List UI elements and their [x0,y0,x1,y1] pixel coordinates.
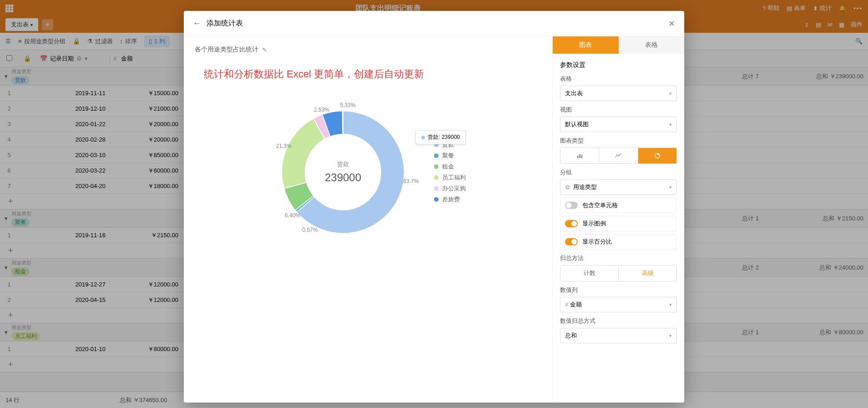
chart-type-line[interactable] [599,148,638,163]
tab-chart[interactable]: 图表 [553,36,619,54]
chevron-down-icon: ▾ [669,333,672,339]
chevron-down-icon: ▾ [669,302,672,308]
edit-icon[interactable]: ✎ [262,46,267,53]
chart-legend: 货款聚餐租金员工福利办公采购差旅费 [434,138,466,206]
gear-icon: ⚙ [565,184,570,191]
chart-preview-area: 各个用途类型占比统计 ✎ 统计和分析数据比 Excel 更简单，创建后自动更新 … [184,36,552,403]
modal-title: 添加统计表 [207,19,243,28]
select-value-col[interactable]: #金额▾ [560,297,677,312]
agg-advanced-button[interactable]: 高级 [619,265,676,281]
add-stats-modal: ← 添加统计表 ✕ 各个用途类型占比统计 ✎ 统计和分析数据比 Excel 更简… [184,11,684,403]
label-agg-method: 归总方法 [560,254,677,262]
legend-item: 差旅费 [434,195,466,204]
donut-chart: 货款 239000 货款: 239000 63.7% 0.57% 6.40% 2… [270,99,416,245]
legend-item: 办公采购 [434,184,466,193]
toggle-empty-cells[interactable]: 包含空单元格 [560,198,677,213]
chart-type-bar[interactable] [560,148,599,163]
legend-item: 租金 [434,163,466,171]
select-group[interactable]: ⚙用途类型▾ [560,179,677,195]
donut-center-label: 货款 [337,160,349,168]
select-table[interactable]: 支出表▾ [560,86,677,101]
svg-rect-1 [579,154,580,158]
agg-count-button[interactable]: 计数 [560,265,619,281]
promo-text: 统计和分析数据比 Excel 更简单，创建后自动更新 [204,67,541,81]
tab-table[interactable]: 表格 [619,36,685,54]
legend-item: 聚餐 [434,152,466,160]
label-view: 视图 [560,106,677,114]
label-value-col: 数值列 [560,286,677,294]
toggle-show-legend[interactable]: 显示图例 [560,216,677,231]
settings-title: 参数设置 [560,61,677,69]
chart-tooltip: 货款: 239000 [415,130,466,144]
toggle-show-percent[interactable]: 显示百分比 [560,234,677,250]
back-icon[interactable]: ← [193,19,201,28]
legend-item: 员工福利 [434,173,466,182]
label-value-agg: 数值归总方式 [560,317,677,325]
settings-panel: 图表 表格 参数设置 表格 支出表▾ 视图 默认视图▾ 图表类型 分组 [552,36,684,403]
label-group: 分组 [560,168,677,177]
chevron-down-icon: ▾ [669,122,672,128]
chart-title: 各个用途类型占比统计 [195,46,258,54]
select-view[interactable]: 默认视图▾ [560,117,677,132]
modal-header: ← 添加统计表 ✕ [184,11,684,36]
label-chart-type: 图表类型 [560,137,677,145]
chart-type-pie[interactable] [638,148,676,163]
close-icon[interactable]: ✕ [668,19,675,29]
label-table: 表格 [560,75,677,83]
select-value-agg[interactable]: 总和▾ [560,328,677,343]
hash-icon: # [565,301,568,308]
svg-rect-0 [577,156,579,158]
chevron-down-icon: ▾ [669,91,672,97]
chevron-down-icon: ▾ [669,184,672,190]
svg-rect-2 [581,155,583,158]
donut-center-value: 239000 [325,171,361,184]
